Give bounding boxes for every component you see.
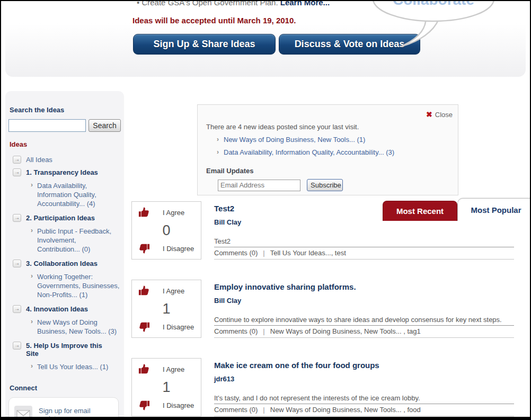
vote-count: 1: [138, 380, 194, 395]
notice-category-link[interactable]: Data Availability, Information Quality, …: [224, 148, 394, 156]
disagree-button[interactable]: I Disagree: [138, 243, 194, 254]
sidebar-item-collaboration[interactable]: → 3. Collaboration Ideas: [13, 260, 117, 267]
email-address-input[interactable]: [218, 180, 300, 191]
idea-title[interactable]: Make ice cream one of the four food grou…: [214, 361, 514, 370]
search-input[interactable]: [8, 119, 86, 132]
chevron-icon: ›: [31, 318, 33, 336]
search-button[interactable]: Search: [88, 119, 121, 132]
sidebar-subitem[interactable]: › New Ways of Doing Business, New Tools.…: [31, 318, 121, 336]
new-ideas-message: There are 4 new ideas posted since your …: [206, 123, 458, 131]
notice-category-link[interactable]: New Ways of Doing Business, New Tools...…: [224, 136, 365, 144]
agree-label[interactable]: I Agree: [163, 365, 184, 373]
sidebar-item-transparency[interactable]: → 1. Transparency Ideas: [13, 168, 117, 176]
vote-box: I Agree 0 I Disagree: [131, 201, 201, 260]
idea-item: I Agree 1 I Disagree Employ innovative s…: [131, 280, 514, 338]
idea-description: It's tasty, and I do not represent the i…: [214, 394, 514, 404]
connect-email-link[interactable]: Sign up for email updates: [14, 402, 113, 420]
comments-link[interactable]: Comments (0): [214, 406, 258, 414]
disagree-button[interactable]: I Disagree: [138, 399, 194, 411]
sidebar-item-all-ideas[interactable]: → All Ideas: [13, 156, 117, 164]
agree-label[interactable]: I Agree: [163, 287, 184, 295]
hero-bullet-text: Create GSA's Open Government Plan.: [141, 0, 278, 7]
sidebar-item-label[interactable]: 1. Transparency Ideas: [26, 168, 98, 176]
idea-title[interactable]: Employ innovative sharing platforms.: [214, 282, 514, 291]
sidebar-item-label[interactable]: 2. Participation Ideas: [26, 214, 95, 222]
idea-author[interactable]: jdr613: [214, 375, 514, 383]
sidebar-subitem-link[interactable]: Tell Us Your Ideas... (1): [37, 362, 108, 371]
idea-author[interactable]: Bill Clay: [214, 297, 514, 305]
disagree-label[interactable]: I Disagree: [163, 401, 194, 409]
thumbs-up-icon[interactable]: [138, 363, 150, 375]
idea-categories-link[interactable]: New Ways of Doing Business, New Tools...…: [270, 327, 421, 335]
comments-link[interactable]: Comments (0): [214, 249, 258, 257]
email-icon: [14, 406, 32, 420]
sidebar-item-label[interactable]: 5. Help Us Improve this Site: [26, 342, 117, 358]
sidebar-subitem[interactable]: › Data Availability, Information Quality…: [31, 181, 121, 208]
sidebar-subitem-link[interactable]: Working Together: Governments, Businesse…: [37, 272, 121, 299]
vote-box: I Agree 1 I Disagree: [131, 280, 201, 338]
close-label[interactable]: Close: [435, 111, 453, 119]
thumbs-down-icon[interactable]: [138, 243, 150, 254]
idea-meta-row: Comments (0) | New Ways of Doing Busines…: [214, 326, 514, 338]
sidebar-item-participation[interactable]: → 2. Participation Ideas: [13, 214, 117, 222]
thumbs-down-icon[interactable]: [138, 399, 150, 411]
sidebar-subitem[interactable]: › Tell Us Your Ideas... (1): [31, 362, 121, 371]
idea-categories-link[interactable]: New Ways of Doing Business, New Tools...…: [270, 406, 421, 414]
notice-link-row[interactable]: › New Ways of Doing Business, New Tools.…: [217, 136, 458, 144]
vote-count: 1: [138, 302, 194, 316]
separator: |: [263, 327, 264, 335]
disagree-button[interactable]: I Disagree: [138, 321, 194, 333]
thumbs-up-icon[interactable]: [138, 207, 150, 218]
search-heading: Search the Ideas: [10, 106, 121, 114]
page: • Create GSA's Open Government Plan. Lea…: [0, 0, 531, 420]
sidebar-item-innovation[interactable]: → 4. Innovation Ideas: [13, 305, 117, 313]
sidebar: Search the Ideas Search Ideas → All Idea…: [5, 91, 124, 420]
chevron-icon: ›: [217, 136, 219, 144]
connect-panel: Sign up for email updates Subscribe to o…: [8, 397, 119, 420]
sidebar-subitem-link[interactable]: New Ways of Doing Business, New Tools...…: [37, 318, 121, 336]
close-button[interactable]: ✖ Close: [426, 110, 453, 119]
email-updates-heading: Email Updates: [206, 167, 458, 175]
agree-button[interactable]: I Agree: [138, 285, 194, 297]
sidebar-item-label[interactable]: 3. Collaboration Ideas: [26, 260, 98, 267]
disagree-label[interactable]: I Disagree: [163, 323, 194, 331]
idea-description: Continue to explore innovative ways to s…: [214, 316, 514, 326]
idea-content: Test2 Bill Clay Test2 Comments (0) | Tel…: [214, 201, 514, 260]
sidebar-item-help-improve[interactable]: → 5. Help Us Improve this Site: [13, 342, 117, 358]
agree-button[interactable]: I Agree: [138, 207, 194, 218]
idea-author[interactable]: Bill Clay: [214, 218, 514, 226]
notice-link-row[interactable]: › Data Availability, Information Quality…: [217, 148, 458, 156]
thumbs-up-icon[interactable]: [138, 285, 150, 297]
sidebar-subitem-link[interactable]: Data Availability, Information Quality, …: [37, 181, 121, 208]
signup-share-button[interactable]: Sign Up & Share Ideas: [133, 34, 276, 55]
idea-categories-link[interactable]: Tell Us Your Ideas..., test: [270, 249, 346, 257]
sidebar-subitem[interactable]: › Public Input - Feedback, Involvement, …: [31, 227, 121, 254]
sidebar-subitem[interactable]: › Working Together: Governments, Busines…: [31, 272, 121, 299]
separator: |: [263, 406, 264, 414]
sidebar-item-label[interactable]: 4. Innovation Ideas: [26, 305, 88, 313]
disagree-label[interactable]: I Disagree: [163, 245, 194, 253]
connect-link-label[interactable]: Sign up for email updates: [39, 407, 113, 420]
sidebar-subitem-link[interactable]: Public Input - Feedback, Involvement, Co…: [37, 227, 121, 254]
idea-title[interactable]: Test2: [214, 204, 514, 213]
comments-link[interactable]: Comments (0): [214, 327, 258, 335]
vote-box: I Agree 1 I Disagree: [131, 358, 201, 416]
arrow-icon: →: [13, 168, 21, 176]
search-row: Search: [8, 119, 121, 132]
idea-description: Test2: [214, 237, 514, 247]
agree-label[interactable]: I Agree: [163, 209, 184, 217]
sidebar-item-label[interactable]: All Ideas: [26, 156, 52, 164]
chevron-icon: ›: [217, 148, 219, 156]
new-ideas-notice-panel: ✖ Close There are 4 new ideas posted sin…: [197, 104, 458, 195]
thumbs-down-icon[interactable]: [138, 321, 150, 333]
idea-content: Make ice cream one of the four food grou…: [214, 358, 514, 416]
arrow-icon: →: [13, 214, 21, 222]
learn-more-link[interactable]: Learn More...: [280, 0, 330, 7]
agree-button[interactable]: I Agree: [138, 363, 194, 375]
collaborate-speech-bubble: Collaborate: [369, 0, 501, 52]
separator: |: [263, 249, 264, 257]
connect-heading: Connect: [10, 384, 121, 392]
bullet-icon: •: [137, 0, 139, 7]
arrow-icon: →: [13, 156, 21, 164]
subscribe-button[interactable]: Subscribe: [307, 179, 343, 191]
